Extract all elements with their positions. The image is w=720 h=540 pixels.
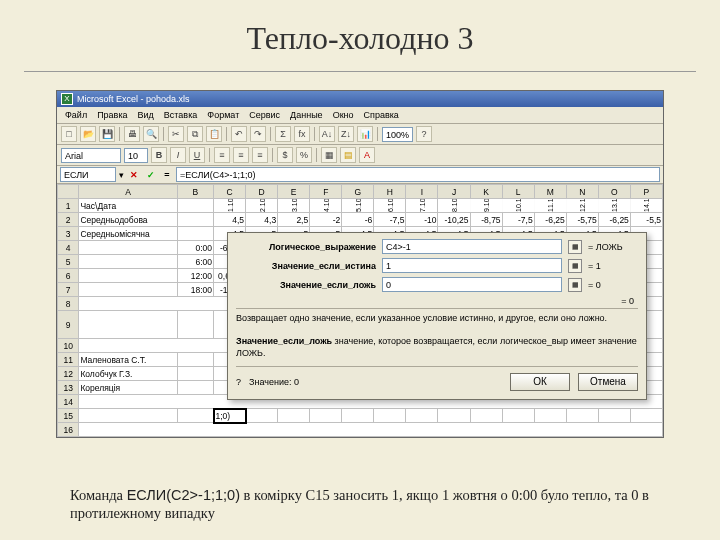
new-icon[interactable]: □ xyxy=(61,126,77,142)
separator xyxy=(119,127,120,141)
formula-bar[interactable]: =ЕСЛИ(C4>-1;1;0) xyxy=(176,167,660,182)
align-center-icon[interactable]: ≡ xyxy=(233,147,249,163)
borders-icon[interactable]: ▦ xyxy=(321,147,337,163)
arg1-result: = ЛОЖЬ xyxy=(588,242,638,252)
separator xyxy=(377,127,378,141)
font-color-icon[interactable]: A xyxy=(359,147,375,163)
copy-icon[interactable]: ⧉ xyxy=(187,126,203,142)
font-name-box[interactable]: Arial xyxy=(61,148,121,163)
save-icon[interactable]: 💾 xyxy=(99,126,115,142)
function-arguments-dialog[interactable]: Логическое_выражение ▦ = ЛОЖЬ Значение_е… xyxy=(227,232,647,400)
menu-bar[interactable]: Файл Правка Вид Вставка Формат Сервис Да… xyxy=(57,107,663,124)
help-icon[interactable]: ? xyxy=(236,377,241,387)
menu-edit[interactable]: Правка xyxy=(93,109,131,121)
arg3-result: = 0 xyxy=(588,280,638,290)
row-2[interactable]: 2 Середньодобова 4,54,32,5-2 -6-7,5-10-1… xyxy=(58,213,663,227)
separator xyxy=(209,148,210,162)
arg1-input[interactable] xyxy=(382,239,562,254)
separator xyxy=(163,127,164,141)
undo-icon[interactable]: ↶ xyxy=(231,126,247,142)
menu-help[interactable]: Справка xyxy=(360,109,403,121)
ref-picker-icon[interactable]: ▦ xyxy=(568,278,582,292)
underline-icon[interactable]: U xyxy=(189,147,205,163)
percent-icon[interactable]: % xyxy=(296,147,312,163)
row-15[interactable]: 15 1;0) xyxy=(58,409,663,423)
print-icon[interactable]: 🖶 xyxy=(124,126,140,142)
excel-window: X Microsoft Excel - pohoda.xls Файл Прав… xyxy=(56,90,664,438)
redo-icon[interactable]: ↷ xyxy=(250,126,266,142)
equals-icon[interactable]: = xyxy=(161,170,173,180)
active-cell[interactable]: 1;0) xyxy=(214,409,246,423)
row-16[interactable]: 16 xyxy=(58,423,663,437)
currency-icon[interactable]: $ xyxy=(277,147,293,163)
cancel-icon[interactable]: ✕ xyxy=(127,170,141,180)
arg2-result: = 1 xyxy=(588,261,638,271)
arg3-input[interactable] xyxy=(382,277,562,292)
divider xyxy=(24,71,696,72)
name-box[interactable]: ЕСЛИ xyxy=(60,167,116,182)
align-left-icon[interactable]: ≡ xyxy=(214,147,230,163)
col-headers: ABCD EFGH IJKL MNOP xyxy=(58,185,663,199)
slide-title: Тепло-холодно 3 xyxy=(0,0,720,71)
separator xyxy=(272,148,273,162)
separator xyxy=(314,127,315,141)
cut-icon[interactable]: ✂ xyxy=(168,126,184,142)
arg3-label: Значение_если_ложь xyxy=(236,280,376,290)
bold-icon[interactable]: B xyxy=(151,147,167,163)
menu-insert[interactable]: Вставка xyxy=(160,109,201,121)
menu-file[interactable]: Файл xyxy=(61,109,91,121)
help-icon[interactable]: ? xyxy=(416,126,432,142)
slide-caption: Команда ЕСЛИ(C2>-1;1;0) в комірку С15 за… xyxy=(70,486,660,522)
sort-asc-icon[interactable]: A↓ xyxy=(319,126,335,142)
enter-icon[interactable]: ✓ xyxy=(144,170,158,180)
ok-button[interactable]: ОК xyxy=(510,373,570,391)
app-title: Microsoft Excel - pohoda.xls xyxy=(77,94,190,104)
separator xyxy=(226,127,227,141)
row-1[interactable]: 1 Час\Дата 1.102.10 3.104.10 5.106.10 7.… xyxy=(58,199,663,213)
arg2-label: Значение_если_истина xyxy=(236,261,376,271)
fx-icon[interactable]: fx xyxy=(294,126,310,142)
formula-bar-row: ЕСЛИ ▾ ✕ ✓ = =ЕСЛИ(C4>-1;1;0) xyxy=(57,166,663,184)
chart-icon[interactable]: 📊 xyxy=(357,126,373,142)
sort-desc-icon[interactable]: Z↓ xyxy=(338,126,354,142)
ref-picker-icon[interactable]: ▦ xyxy=(568,259,582,273)
menu-window[interactable]: Окно xyxy=(329,109,358,121)
separator xyxy=(270,127,271,141)
menu-view[interactable]: Вид xyxy=(134,109,158,121)
worksheet[interactable]: ABCD EFGH IJKL MNOP 1 Час\Дата 1.102.10 … xyxy=(57,184,663,437)
result-label: Значение: 0 xyxy=(249,377,299,387)
fill-color-icon[interactable]: ▤ xyxy=(340,147,356,163)
dropdown-icon[interactable]: ▾ xyxy=(119,170,124,180)
zoom-box[interactable]: 100% xyxy=(382,127,413,142)
separator xyxy=(316,148,317,162)
window-titlebar: X Microsoft Excel - pohoda.xls xyxy=(57,91,663,107)
standard-toolbar[interactable]: □ 📂 💾 🖶 🔍 ✂ ⧉ 📋 ↶ ↷ Σ fx A↓ Z↓ 📊 100% ? xyxy=(57,124,663,145)
function-description: Возвращает одно значение, если указанное… xyxy=(236,308,638,360)
preview-icon[interactable]: 🔍 xyxy=(143,126,159,142)
paste-icon[interactable]: 📋 xyxy=(206,126,222,142)
menu-format[interactable]: Формат xyxy=(203,109,243,121)
menu-data[interactable]: Данные xyxy=(286,109,327,121)
excel-icon: X xyxy=(61,93,73,105)
open-icon[interactable]: 📂 xyxy=(80,126,96,142)
format-toolbar[interactable]: Arial 10 B I U ≡ ≡ ≡ $ % ▦ ▤ A xyxy=(57,145,663,166)
align-right-icon[interactable]: ≡ xyxy=(252,147,268,163)
italic-icon[interactable]: I xyxy=(170,147,186,163)
font-size-box[interactable]: 10 xyxy=(124,148,148,163)
arg2-input[interactable] xyxy=(382,258,562,273)
formula-result-preview: = 0 xyxy=(236,296,638,306)
sum-icon[interactable]: Σ xyxy=(275,126,291,142)
menu-tools[interactable]: Сервис xyxy=(245,109,284,121)
cancel-button[interactable]: Отмена xyxy=(578,373,638,391)
arg1-label: Логическое_выражение xyxy=(236,242,376,252)
ref-picker-icon[interactable]: ▦ xyxy=(568,240,582,254)
